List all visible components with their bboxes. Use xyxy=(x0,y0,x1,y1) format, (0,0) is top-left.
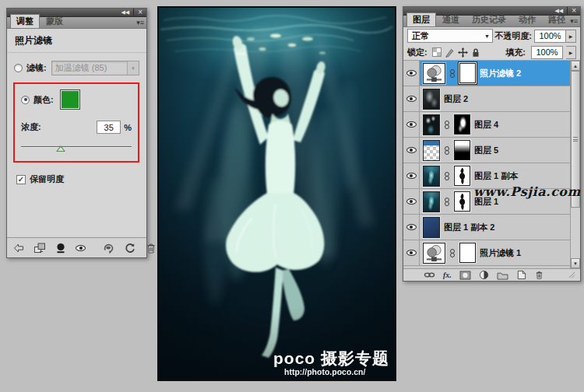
eye-icon xyxy=(406,147,417,153)
opacity-spinner-icon[interactable]: ▶ xyxy=(566,30,576,43)
layer-visibility-icon[interactable] xyxy=(76,245,86,251)
filter-label: 滤镜: xyxy=(26,62,47,74)
lock-position-move-icon[interactable] xyxy=(458,47,468,58)
layer-thumbnail[interactable] xyxy=(423,243,445,264)
lock-image-brush-icon[interactable] xyxy=(445,47,455,58)
lock-transparency-icon[interactable] xyxy=(432,47,442,57)
clip-to-layer-icon[interactable] xyxy=(55,242,67,254)
return-to-list-icon[interactable] xyxy=(12,242,25,254)
filter-radio[interactable] xyxy=(14,64,23,72)
lock-label: 锁定: xyxy=(407,47,427,58)
new-adjustment-layer-icon[interactable] xyxy=(479,270,489,280)
expanded-view-icon[interactable] xyxy=(33,242,46,254)
tab-paths[interactable]: 路径 xyxy=(542,12,572,26)
opacity-value[interactable]: 100% xyxy=(534,30,566,43)
layer-visibility-toggle[interactable] xyxy=(403,112,420,137)
delete-layer-trash-icon[interactable] xyxy=(534,270,544,280)
layer-mask-thumbnail[interactable] xyxy=(454,191,470,212)
density-slider-thumb[interactable] xyxy=(56,145,65,152)
density-unit: % xyxy=(124,123,132,132)
chevron-down-icon[interactable]: ▼ xyxy=(127,61,139,75)
adjustment-header: 照片滤镜 xyxy=(7,29,146,53)
eye-icon xyxy=(406,70,417,76)
layer-visibility-toggle[interactable] xyxy=(403,189,420,214)
close-panel-button[interactable]: × xyxy=(134,9,146,16)
layer-visibility-toggle[interactable] xyxy=(403,138,420,163)
layer-row[interactable]: 图层 4 xyxy=(403,112,580,138)
density-slider[interactable] xyxy=(21,143,132,152)
layer-visibility-toggle[interactable] xyxy=(403,163,420,188)
preserve-luminosity-label: 保留明度 xyxy=(30,173,64,185)
layer-mask-thumbnail[interactable] xyxy=(459,243,476,263)
chevron-down-icon: ▼ xyxy=(484,33,490,39)
layer-name[interactable]: 照片滤镜 1 xyxy=(480,247,521,259)
view-previous-state-icon[interactable] xyxy=(103,242,115,254)
collapse-panel-button[interactable]: ◀◀ xyxy=(117,9,133,16)
lock-all-padlock-icon[interactable] xyxy=(471,47,480,58)
color-radio[interactable] xyxy=(21,96,30,104)
blend-mode-dropdown[interactable]: 正常 ▼ xyxy=(407,29,493,43)
adjustment-title: 照片滤镜 xyxy=(15,34,139,47)
layer-thumbnail[interactable] xyxy=(423,191,440,212)
layer-row[interactable]: 图层 2 xyxy=(403,86,580,112)
layer-visibility-toggle[interactable] xyxy=(403,215,420,240)
scroll-up-icon[interactable]: ▲ xyxy=(571,61,580,71)
layer-name[interactable]: 图层 1 副本 xyxy=(474,170,518,182)
fill-value[interactable]: 100% xyxy=(531,46,563,59)
layer-mask-thumbnail[interactable] xyxy=(454,140,470,160)
delete-adjustment-icon[interactable] xyxy=(145,242,157,254)
tab-channels[interactable]: 通道 xyxy=(436,12,466,26)
eye-icon xyxy=(406,250,417,256)
layer-row[interactable]: 图层 1 副本 2 xyxy=(403,215,580,240)
panel-menu-icon[interactable]: ▾≡ xyxy=(136,19,144,26)
layer-thumbnail[interactable] xyxy=(423,217,440,238)
adjustments-panel: ◀◀ × 调整 蒙版 ▾≡ 照片滤镜 滤镜: 加温滤镜 (85) ▼ xyxy=(6,8,147,258)
layer-name[interactable]: 图层 5 xyxy=(474,145,498,156)
layer-mask-thumbnail[interactable] xyxy=(454,114,470,135)
layer-thumbnail[interactable] xyxy=(423,114,440,135)
layer-name[interactable]: 图层 1 副本 2 xyxy=(444,222,494,233)
reset-icon[interactable] xyxy=(124,242,136,254)
tab-adjustments[interactable]: 调整 xyxy=(10,14,40,28)
layer-name[interactable]: 图层 2 xyxy=(444,93,468,105)
add-layer-mask-icon[interactable] xyxy=(459,271,471,280)
tab-history[interactable]: 历史记录 xyxy=(466,12,512,26)
layer-mask-thumbnail[interactable] xyxy=(454,166,470,186)
layer-row[interactable]: 照片滤镜 2 xyxy=(403,61,580,86)
tab-masks[interactable]: 蒙版 xyxy=(40,14,69,28)
layer-visibility-toggle[interactable] xyxy=(403,240,420,265)
tab-actions[interactable]: 动作 xyxy=(512,12,542,26)
new-group-folder-icon[interactable] xyxy=(497,271,508,280)
layer-visibility-toggle[interactable] xyxy=(403,86,420,111)
opacity-label: 不透明度: xyxy=(494,30,532,42)
adjustments-tabbar: 调整 蒙版 ▾≡ xyxy=(7,17,146,29)
layer-style-fx-icon[interactable]: fx. xyxy=(443,271,452,279)
color-swatch[interactable] xyxy=(60,89,80,110)
link-icon xyxy=(449,249,456,257)
layers-tabbar: 图层 通道 历史记录 动作 路径 ▾≡ xyxy=(403,16,580,27)
density-input[interactable] xyxy=(97,121,121,134)
layer-row[interactable]: 照片滤镜 1 xyxy=(403,240,580,266)
preserve-luminosity-checkbox[interactable]: ✓ xyxy=(16,175,26,184)
layer-visibility-toggle[interactable] xyxy=(403,61,420,86)
layer-name[interactable]: 照片滤镜 2 xyxy=(480,68,521,79)
layer-thumbnail[interactable] xyxy=(423,166,440,187)
panel-menu-icon[interactable]: ▾≡ xyxy=(570,17,578,25)
eye-icon xyxy=(406,173,417,179)
tab-layers[interactable]: 图层 xyxy=(406,12,436,26)
underwater-photo-illustration xyxy=(159,8,395,380)
layer-mask-thumbnail[interactable] xyxy=(459,63,476,83)
layer-thumbnail[interactable] xyxy=(423,140,440,161)
layer-name[interactable]: 图层 4 xyxy=(474,119,498,131)
link-layers-icon[interactable] xyxy=(424,271,435,279)
document-canvas[interactable]: poco 摄影专题 http://photo.poco.cn/ xyxy=(157,6,396,381)
layer-thumbnail[interactable] xyxy=(423,89,440,110)
layer-row[interactable]: 图层 5 xyxy=(403,138,580,163)
filter-dropdown[interactable]: 加温滤镜 (85) ▼ xyxy=(51,61,139,75)
layers-scrollbar[interactable]: ▲ ▼ xyxy=(570,61,580,268)
scroll-down-icon[interactable]: ▼ xyxy=(571,258,580,268)
new-layer-icon[interactable] xyxy=(516,270,526,280)
fill-spinner-icon[interactable]: ▶ xyxy=(566,46,576,59)
panel-resize-grip[interactable] xyxy=(568,271,575,278)
layer-thumbnail[interactable] xyxy=(423,63,445,84)
